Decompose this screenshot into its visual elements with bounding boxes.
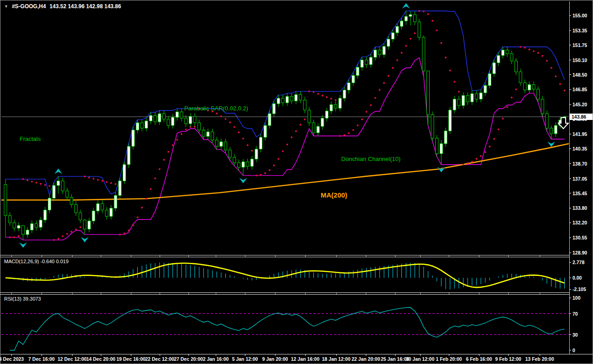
candle-body [198, 123, 201, 130]
sar-dot [286, 144, 288, 146]
sar-dot [370, 104, 372, 106]
rsi-value: 39.3073 [23, 296, 41, 302]
time-tick-mark [101, 293, 101, 294]
candle-body [541, 99, 544, 114]
candle-body [383, 47, 385, 55]
candle-body [321, 118, 324, 126]
candle-body [66, 191, 68, 198]
sar-dot [436, 30, 438, 31]
time-tick-label: 27 Dec 20:00 [174, 356, 203, 362]
macd-tick-label: 2.778 [572, 260, 584, 265]
sar-dot [13, 236, 15, 238]
time-tick-mark [449, 255, 449, 257]
candle-body [431, 114, 434, 138]
price-tick-label: 133.80 [572, 205, 587, 211]
sar-dot [114, 183, 116, 185]
candle-body [136, 123, 139, 130]
candle-body [489, 74, 491, 86]
time-tick-mark [395, 354, 395, 356]
sar-dot [88, 177, 90, 178]
time-tick-mark [216, 255, 216, 257]
time-tick-mark [216, 293, 216, 294]
candle-body [180, 112, 183, 118]
candle-body [286, 96, 289, 103]
sar-dot [146, 198, 147, 200]
candle-body [242, 162, 244, 167]
time-tick-label: 9 Feb 12:00 [495, 356, 521, 362]
candle-body [501, 50, 504, 56]
candle-body [250, 159, 253, 166]
sar-dot [502, 118, 504, 120]
fractal-up-arrow [402, 3, 410, 8]
candle-body [149, 115, 152, 121]
main-chart-canvas[interactable] [0, 0, 593, 364]
sar-dot [260, 174, 262, 176]
candle-body [401, 21, 403, 26]
price-tick-label: 135.45 [572, 191, 587, 196]
price-tick-label: 148.50 [572, 72, 587, 78]
sar-dot [484, 151, 486, 153]
sar-dot [137, 217, 139, 218]
time-tick-mark [245, 255, 245, 257]
price-tick-mark [569, 178, 571, 179]
sar-dot [489, 146, 491, 147]
rsi-name: RSI(13) [4, 296, 21, 302]
candle-body [338, 98, 341, 108]
sar-dot [506, 106, 508, 108]
sar-dot [79, 226, 81, 228]
chart-title-bar: ▼ #S-GOOG,H4 143.52 143.96 142.98 143.86 [4, 3, 121, 10]
ma200-label: MA(200) [321, 191, 347, 199]
sar-dot [132, 224, 134, 226]
price-tick-mark [569, 193, 571, 193]
sar-dot [471, 161, 473, 162]
candle-body [462, 95, 465, 105]
sar-dot [150, 188, 151, 190]
time-tick-label: 2 Jan 16:00 [203, 356, 229, 362]
panel-separator [0, 354, 593, 354]
down-arrow-object[interactable] [558, 118, 568, 129]
sar-dot [176, 139, 178, 140]
panel-separator [0, 257, 569, 257]
time-tick-mark [420, 293, 421, 294]
time-tick-label: 13 Feb 20:00 [525, 356, 554, 362]
time-tick-mark [188, 354, 189, 356]
donchian-upper-line [5, 11, 565, 195]
time-tick-label: 22 Dec 12:00 [145, 356, 174, 362]
time-tick-mark [131, 354, 131, 356]
sar-dot [154, 177, 156, 179]
time-tick-mark [188, 293, 189, 294]
sar-dot [238, 131, 239, 133]
sar-dot [432, 20, 433, 21]
price-tick-mark [569, 223, 571, 223]
candle-body [105, 210, 108, 216]
donchian-channel-label: Donchian Channel(10) [341, 156, 401, 162]
macd-panel-label: MACD(12,26,9) -0.640 0.019 [4, 259, 68, 264]
candle-body [79, 213, 82, 220]
candle-body [325, 111, 328, 118]
candle-body [479, 93, 482, 99]
candle-body [405, 16, 407, 21]
candle-body [361, 60, 364, 68]
chart-dropdown-icon[interactable]: ▼ [4, 4, 8, 9]
candle-body [220, 142, 223, 146]
candle-body [255, 149, 258, 159]
sar-dot [537, 52, 539, 54]
time-tick-mark [275, 293, 276, 294]
candle-body [140, 123, 143, 128]
price-tick-mark [569, 74, 571, 75]
sar-dot [480, 155, 482, 157]
candle-body [436, 138, 438, 154]
candle-body [189, 116, 192, 124]
candle-body [290, 96, 293, 101]
sar-dot [427, 13, 429, 15]
candle-body [17, 225, 20, 228]
time-tick-mark [72, 255, 73, 257]
sar-dot [515, 88, 517, 90]
candle-body [295, 94, 297, 101]
candle-body [484, 85, 487, 93]
sar-dot [335, 99, 337, 101]
price-tick-label: 146.85 [572, 87, 587, 92]
sar-dot [410, 38, 411, 40]
sar-dot [493, 138, 495, 140]
sar-dot [520, 46, 521, 48]
